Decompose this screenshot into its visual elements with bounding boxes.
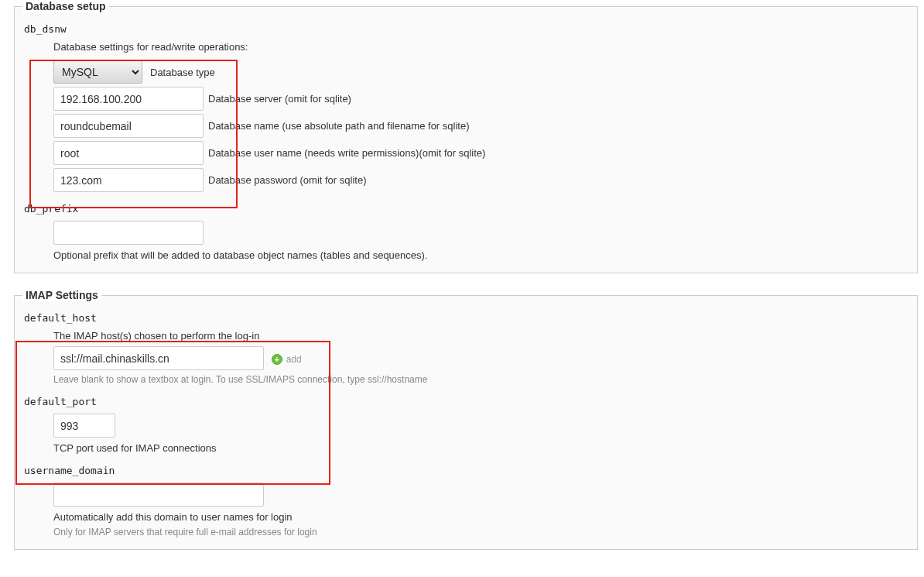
db-user-row: Database user name (needs write permissi…: [53, 141, 909, 165]
db-name-row: Database name (use absolute path and fil…: [53, 114, 909, 138]
db-user-label: Database user name (needs write permissi…: [208, 147, 485, 159]
db-pass-row: Database password (omit for sqlite): [53, 168, 909, 192]
default-port-content: TCP port used for IMAP connections: [53, 414, 909, 454]
db-type-select[interactable]: MySQL: [53, 60, 142, 84]
db-server-row: Database server (omit for sqlite): [53, 87, 909, 111]
default-port-desc: TCP port used for IMAP connections: [53, 442, 909, 454]
db-pass-input[interactable]: [53, 168, 204, 192]
db-pass-label: Database password (omit for sqlite): [208, 174, 366, 186]
db-server-label: Database server (omit for sqlite): [208, 93, 351, 105]
default-port-block: default_port TCP port used for IMAP conn…: [22, 396, 909, 454]
imap-settings-fieldset: IMAP Settings default_host The IMAP host…: [14, 289, 918, 550]
db-dsnw-name: db_dsnw: [24, 23, 909, 35]
db-dsnw-intro: Database settings for read/write operati…: [53, 41, 909, 53]
db-server-input[interactable]: [53, 87, 204, 111]
db-name-input[interactable]: [53, 114, 204, 138]
default-host-block: default_host The IMAP host(s) chosen to …: [22, 312, 909, 385]
default-host-intro: The IMAP host(s) chosen to perform the l…: [53, 330, 909, 342]
db-prefix-name: db_prefix: [24, 203, 909, 215]
db-type-label: Database type: [150, 67, 215, 78]
default-host-input[interactable]: [53, 346, 264, 370]
db-name-label: Database name (use absolute path and fil…: [208, 120, 469, 132]
db-prefix-content: Optional prefix that will be added to da…: [53, 221, 909, 261]
username-domain-name: username_domain: [24, 465, 909, 476]
username-domain-desc: Automatically add this domain to user na…: [53, 511, 909, 523]
db-prefix-desc: Optional prefix that will be added to da…: [53, 249, 909, 261]
add-host-button[interactable]: add: [272, 354, 302, 365]
db-dsnw-block: db_dsnw Database settings for read/write…: [22, 23, 909, 192]
imap-settings-legend: IMAP Settings: [22, 289, 101, 301]
default-port-name: default_port: [24, 396, 909, 407]
default-host-hint: Leave blank to show a textbox at login. …: [53, 374, 909, 385]
username-domain-block: username_domain Automatically add this d…: [22, 465, 909, 538]
db-prefix-block: db_prefix Optional prefix that will be a…: [22, 203, 909, 261]
plus-icon: [272, 354, 282, 365]
db-type-row: MySQL Database type: [53, 60, 909, 84]
add-host-label: add: [286, 354, 302, 365]
db-prefix-input[interactable]: [53, 221, 204, 245]
default-host-content: The IMAP host(s) chosen to perform the l…: [53, 330, 909, 385]
username-domain-content: Automatically add this domain to user na…: [53, 483, 909, 538]
db-user-input[interactable]: [53, 141, 204, 165]
db-dsnw-content: Database settings for read/write operati…: [53, 41, 909, 192]
username-domain-input[interactable]: [53, 483, 264, 507]
username-domain-hint: Only for IMAP servers that require full …: [53, 527, 909, 538]
default-host-name: default_host: [24, 312, 909, 324]
database-setup-fieldset: Database setup db_dsnw Database settings…: [14, 0, 918, 273]
page-container: Database setup db_dsnw Database settings…: [0, 0, 924, 550]
default-port-input[interactable]: [53, 414, 115, 438]
database-setup-legend: Database setup: [22, 0, 108, 12]
